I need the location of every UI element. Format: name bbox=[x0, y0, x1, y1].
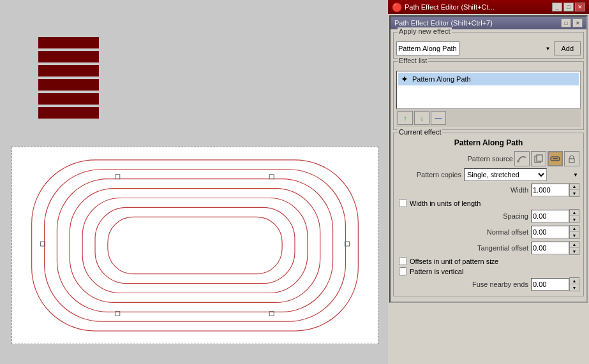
minimize-button[interactable]: _ bbox=[552, 3, 562, 11]
path-canvas bbox=[11, 147, 378, 344]
svg-rect-6 bbox=[32, 160, 359, 331]
svg-point-19 bbox=[517, 160, 519, 163]
svg-rect-5 bbox=[38, 107, 99, 119]
tangential-offset-input[interactable]: 0.00 bbox=[531, 242, 569, 254]
fuse-nearby-spinner-buttons: ▲ ▼ bbox=[569, 277, 579, 291]
outer-title-bar: 🔴 Path Effect Editor (Shift+Ct... _ □ ✕ bbox=[388, 0, 589, 14]
width-spinner: 1.000 ▲ ▼ bbox=[531, 183, 579, 197]
svg-rect-9 bbox=[70, 189, 320, 303]
svg-rect-11 bbox=[95, 207, 295, 283]
tangential-offset-row: Tangential offset 0.00 ▲ ▼ bbox=[396, 241, 581, 255]
pattern-vertical-checkbox[interactable] bbox=[399, 267, 407, 275]
path-icon bbox=[517, 154, 527, 164]
spacing-input[interactable]: 0.00 bbox=[531, 210, 569, 222]
offsets-unit-label: Offsets in unit of pattern size bbox=[410, 258, 498, 265]
tangential-offset-up-button[interactable]: ▲ bbox=[570, 242, 579, 248]
effect-select-wrapper: Pattern Along Path bbox=[396, 41, 551, 55]
inner-window: Path Effect Editor (Shift+Ctrl+7) □ ✕ Ap… bbox=[389, 15, 588, 303]
pattern-copies-dropdown[interactable]: Single, stretched bbox=[464, 168, 547, 181]
linked-icon bbox=[550, 154, 560, 164]
width-down-button[interactable]: ▼ bbox=[570, 190, 579, 196]
tangential-offset-label: Tangential offset bbox=[465, 244, 528, 252]
effect-dropdown[interactable]: Pattern Along Path bbox=[396, 41, 459, 55]
effect-list-label: Effect list bbox=[398, 57, 428, 64]
canvas-area bbox=[0, 0, 388, 364]
pattern-source-label: Pattern source bbox=[449, 155, 513, 163]
spacing-up-button[interactable]: ▲ bbox=[570, 210, 579, 216]
effect-toolbar: ↑ ↓ — bbox=[396, 109, 581, 127]
width-units-label: Width in units of length bbox=[410, 200, 481, 207]
pattern-source-row: Pattern source bbox=[396, 151, 581, 166]
svg-rect-1 bbox=[38, 51, 99, 62]
close-button[interactable]: ✕ bbox=[575, 3, 585, 11]
fuse-nearby-label: Fuse nearby ends bbox=[465, 280, 528, 288]
outer-title-buttons: _ □ ✕ bbox=[552, 3, 585, 11]
pattern-vertical-label: Pattern is vertical bbox=[410, 268, 463, 275]
tangential-offset-down-button[interactable]: ▼ bbox=[570, 248, 579, 254]
svg-rect-3 bbox=[38, 79, 99, 91]
svg-rect-24 bbox=[569, 159, 574, 163]
source-linked-button[interactable] bbox=[548, 151, 563, 166]
inner-title-text: Path Effect Editor (Shift+Ctrl+7) bbox=[394, 19, 493, 27]
normal-offset-spinner-buttons: ▲ ▼ bbox=[569, 225, 579, 239]
spacing-label: Spacing bbox=[465, 212, 528, 220]
spacing-spinner-buttons: ▲ ▼ bbox=[569, 209, 579, 223]
pattern-preview bbox=[35, 37, 102, 126]
add-effect-button[interactable]: Add bbox=[554, 41, 581, 55]
normal-offset-label: Normal offset bbox=[465, 228, 528, 236]
svg-rect-12 bbox=[108, 217, 282, 273]
pattern-vertical-row: Pattern is vertical bbox=[396, 267, 581, 275]
source-lock-button[interactable] bbox=[564, 151, 579, 166]
spacing-row: Spacing 0.00 ▲ ▼ bbox=[396, 209, 581, 223]
normal-offset-input[interactable]: 0.00 bbox=[531, 226, 569, 238]
normal-offset-up-button[interactable]: ▲ bbox=[570, 226, 579, 232]
width-up-button[interactable]: ▲ bbox=[570, 184, 579, 190]
fuse-nearby-down-button[interactable]: ▼ bbox=[570, 284, 579, 291]
width-label: Width bbox=[465, 186, 528, 194]
width-input[interactable]: 1.000 bbox=[531, 184, 569, 196]
svg-rect-10 bbox=[82, 198, 308, 293]
svg-rect-7 bbox=[45, 170, 346, 321]
inner-maximize-button[interactable]: □ bbox=[561, 18, 571, 27]
source-copy-button[interactable] bbox=[531, 151, 546, 166]
width-row: Width 1.000 ▲ ▼ bbox=[396, 183, 581, 197]
apply-effect-group: Apply new effect Pattern Along Path Add bbox=[393, 32, 584, 59]
effect-list-group: Effect list ✦ Pattern Along Path ↑ ↓ — bbox=[393, 61, 584, 130]
window-panel: 🔴 Path Effect Editor (Shift+Ct... _ □ ✕ … bbox=[388, 0, 589, 364]
source-path-button[interactable] bbox=[514, 151, 530, 166]
apply-effect-label: Apply new effect bbox=[398, 27, 452, 35]
width-units-row: Width in units of length bbox=[396, 199, 581, 207]
pattern-copies-select-wrapper: Single, stretched bbox=[464, 168, 579, 181]
svg-rect-0 bbox=[38, 37, 99, 48]
fuse-nearby-spinner: 0.00 ▲ ▼ bbox=[531, 277, 579, 291]
normal-offset-down-button[interactable]: ▼ bbox=[570, 232, 579, 238]
width-spinner-buttons: ▲ ▼ bbox=[569, 183, 579, 197]
spacing-spinner: 0.00 ▲ ▼ bbox=[531, 209, 579, 223]
fuse-nearby-up-button[interactable]: ▲ bbox=[570, 278, 579, 284]
remove-effect-button[interactable]: — bbox=[431, 111, 446, 125]
normal-offset-spinner: 0.00 ▲ ▼ bbox=[531, 225, 579, 239]
maximize-button[interactable]: □ bbox=[563, 3, 574, 11]
effect-list-box: ✦ Pattern Along Path bbox=[396, 71, 581, 109]
app-icon: 🔴 bbox=[392, 3, 402, 12]
normal-offset-row: Normal offset 0.00 ▲ ▼ bbox=[396, 225, 581, 239]
move-up-button[interactable]: ↑ bbox=[398, 111, 413, 125]
inner-close-button[interactable]: ✕ bbox=[572, 18, 583, 27]
tangential-offset-spinner-buttons: ▲ ▼ bbox=[569, 241, 579, 255]
current-effect-label: Current effect bbox=[398, 128, 442, 136]
offsets-unit-checkbox[interactable] bbox=[399, 257, 407, 265]
fuse-nearby-row: Fuse nearby ends 0.00 ▲ ▼ bbox=[396, 277, 581, 291]
fuse-nearby-input[interactable]: 0.00 bbox=[531, 278, 569, 291]
svg-rect-13 bbox=[116, 175, 120, 179]
tangential-offset-spinner: 0.00 ▲ ▼ bbox=[531, 241, 579, 255]
pattern-copies-label: Pattern copies bbox=[398, 171, 461, 178]
copy-icon bbox=[533, 154, 544, 164]
move-down-button[interactable]: ↓ bbox=[414, 111, 429, 125]
svg-rect-4 bbox=[38, 93, 99, 105]
offsets-unit-row: Offsets in unit of pattern size bbox=[396, 257, 581, 265]
width-units-checkbox[interactable] bbox=[399, 199, 407, 207]
inner-title-buttons: □ ✕ bbox=[561, 18, 583, 27]
spacing-down-button[interactable]: ▼ bbox=[570, 216, 579, 222]
effect-list-item[interactable]: ✦ Pattern Along Path bbox=[398, 73, 579, 85]
svg-rect-8 bbox=[57, 179, 332, 312]
